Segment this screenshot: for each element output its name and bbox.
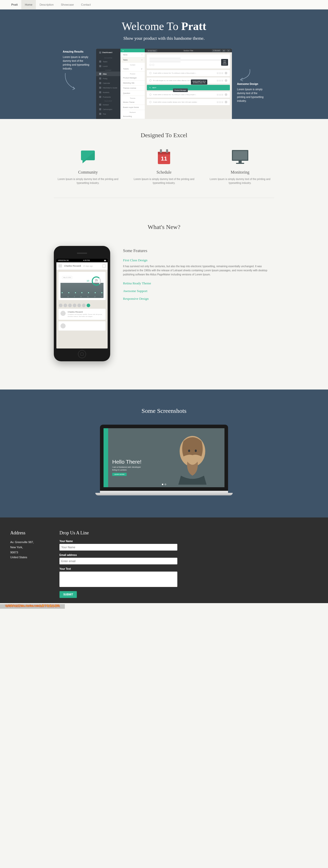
mid-item[interactable]: Themes License: [121, 86, 145, 91]
sidebar-item[interactable]: Notelets: [96, 90, 121, 95]
message-textarea[interactable]: [60, 571, 177, 587]
section-title: Section Title: [184, 50, 193, 52]
address-line: New York,: [10, 545, 34, 550]
date-badge: May 13, 2013: [62, 276, 72, 279]
feed-item[interactable]: Charles RiccardiCurabitur otoi leoreus c…: [58, 309, 106, 320]
sidebar-item[interactable]: Carbonopro: [96, 107, 121, 112]
address-title: Address: [10, 530, 34, 536]
mid-item[interactable]: Marketing Site: [121, 81, 145, 86]
mid-item[interactable]: Question: [121, 91, 145, 96]
feature-community: Community Lorem Ipsum is simply dummy te…: [54, 147, 122, 185]
nav-showcase[interactable]: Showcase: [57, 0, 77, 9]
phone-user: Charles Riccardi: [64, 265, 81, 267]
close-icon[interactable]: ✕: [227, 49, 230, 52]
svg-rect-4: [160, 149, 162, 153]
sidebar-item[interactable]: Tasks: [96, 59, 121, 64]
feature-schedule: 11 Schedule Lorem Ipsum is simply dummy …: [130, 147, 198, 185]
contact-form: Drop Us A Line Your Name Email address Y…: [60, 530, 177, 598]
hero-right-heading: Awesome Design: [237, 83, 265, 85]
footer: Address Av. Greenville 987, New York, 90…: [0, 518, 328, 603]
svg-rect-5: [166, 149, 168, 153]
phone-chart: May 13, 2013 10 25Visitors 78910111213: [58, 272, 106, 300]
feature-desc: Lorem Ipsum is simply dummy text of the …: [130, 177, 198, 185]
svg-point-12: [188, 450, 190, 452]
laptop-text: Hello There! I am a freelance web develo…: [112, 459, 141, 476]
feature-title: Community: [54, 170, 122, 175]
sidebar-item[interactable]: Invision: [96, 102, 121, 107]
sidebar-item[interactable]: Pretty: [96, 76, 121, 81]
chart-count: 10: [87, 279, 89, 282]
learn-more-button[interactable]: LEARN MORE: [112, 473, 127, 476]
phone-mockup: VERIZON 3G4:20 PM▮▮ Charles Riccardi 15 …: [54, 246, 110, 361]
feature-monitoring: Monitoring Lorem Ipsum is simply dummy t…: [206, 147, 274, 185]
hero-left-callout: Amazing Results Lorem Ipsum is simply du…: [63, 49, 91, 92]
sidebar-item[interactable]: Postcards: [96, 95, 121, 99]
add-button[interactable]: ⊕ Add New: [146, 49, 157, 52]
mid-item[interactable]: Moneo Theme: [121, 100, 145, 105]
laptop-hello: Hello There!: [112, 459, 141, 465]
phone-ago: 15 days ago: [83, 265, 93, 267]
gear-icon[interactable]: ⚙: [222, 49, 226, 52]
task-row[interactable]: Pri nulla laugiat no, ea natae unum elit…: [147, 78, 230, 84]
address-line: United States: [10, 555, 34, 560]
app-brand: Dashboard: [96, 51, 121, 56]
feed-desc: Curabitur otoi leoreus ceclith. Donec ni…: [68, 314, 103, 318]
svg-point-13: [195, 450, 197, 452]
monitor-icon: [230, 149, 250, 165]
name-input[interactable]: [60, 544, 177, 551]
sidebar-item[interactable]: Lunch: [96, 64, 121, 68]
mid-group: Content: [121, 63, 145, 66]
mid-tab-active[interactable]: Tasks‹: [121, 57, 145, 63]
task-row-selected[interactable]: ✎NEXT: [147, 85, 230, 90]
nav-contact[interactable]: Contact: [77, 0, 94, 9]
email-input[interactable]: [60, 558, 177, 564]
accordion-toggle[interactable]: First Class Design: [123, 258, 274, 262]
menu-icon[interactable]: [58, 265, 62, 267]
task-row[interactable]: A task within a mission list. Try writin…: [147, 70, 230, 76]
calendar-icon: 11: [156, 148, 172, 165]
compose-card[interactable]: [147, 54, 230, 68]
nav-home[interactable]: Home: [21, 0, 36, 9]
nav-brand[interactable]: Pratt: [8, 0, 21, 9]
whatsnew-section: What's New? VERIZON 3G4:20 PM▮▮ Charles …: [46, 211, 282, 390]
mid-item[interactable]: Bowen super theme: [121, 105, 145, 110]
sidebar-item[interactable]: Calendar: [96, 81, 121, 85]
home-button[interactable]: [78, 350, 86, 358]
avatar-row[interactable]: [56, 302, 108, 309]
feed-item[interactable]: [58, 321, 106, 331]
svg-rect-3: [158, 152, 170, 154]
arrow-left-icon: [63, 70, 78, 91]
carousel-dots[interactable]: [162, 484, 166, 485]
screenshots-heading: Some Screenshots: [8, 407, 320, 414]
sidebar-item[interactable]: Hitchhiker's Guide: [96, 85, 121, 90]
accordion-toggle[interactable]: Awesome Support: [123, 289, 274, 293]
submit-button[interactable]: SUBMIT: [60, 591, 77, 598]
sidebar-item-active[interactable]: Alias: [96, 71, 121, 76]
accordion: Some Features First Class Design It has …: [123, 246, 274, 304]
feature-title: Monitoring: [206, 170, 274, 175]
mid-tab[interactable]: News›: [121, 52, 145, 57]
address-line: Av. Greenville 987,: [10, 540, 34, 545]
showall-button[interactable]: ≡ Showall: [212, 49, 221, 52]
accordion-item: First Class Design It has survived not o…: [123, 258, 274, 278]
accordion-toggle[interactable]: Retina Ready Theme: [123, 281, 274, 285]
mid-group: Themes: [121, 96, 145, 100]
mid-item[interactable]: Tweets2: [121, 66, 145, 71]
svg-rect-8: [233, 151, 247, 160]
task-row[interactable]: A task within a mission list. Try writin…: [147, 92, 230, 98]
address-line: 90873: [10, 550, 34, 555]
mid-item[interactable]: Accounting: [121, 114, 145, 119]
svg-text:11: 11: [161, 155, 167, 162]
designed-section: Designed To Excel Community Lorem Ipsum …: [46, 119, 282, 211]
edit-icon[interactable]: [102, 265, 106, 268]
donut-chart: 25Visitors: [92, 276, 101, 286]
task-row[interactable]: A task within cozyas reseller design ami…: [147, 99, 230, 105]
designed-heading: Designed To Excel: [54, 132, 274, 139]
accordion-toggle[interactable]: Responsive Design: [123, 297, 274, 301]
mid-item[interactable]: Product Manager: [121, 75, 145, 81]
sidebar-item[interactable]: Tice: [96, 112, 121, 116]
mid-group: Backend: [121, 110, 145, 114]
nav-description[interactable]: Description: [36, 0, 57, 9]
tooltip: nest nest name: [221, 59, 228, 66]
app-main: ⊕ Add New Section Title ≡ Showall⚙✕ A ta…: [145, 49, 232, 119]
